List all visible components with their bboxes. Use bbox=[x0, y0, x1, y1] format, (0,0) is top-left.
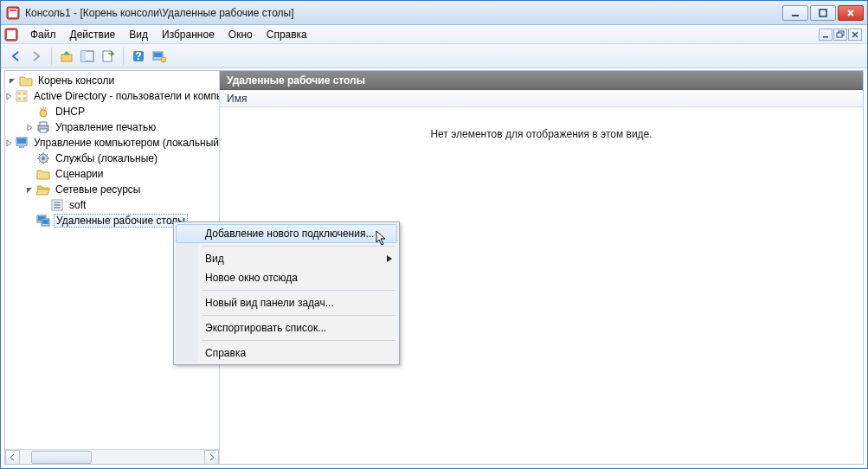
folder-icon bbox=[36, 167, 50, 181]
svg-rect-29 bbox=[17, 138, 26, 144]
context-item[interactable]: Справка bbox=[176, 344, 397, 363]
context-menu: Добавление нового подключения...ВидНовое… bbox=[173, 222, 400, 365]
svg-rect-3 bbox=[792, 15, 799, 16]
chevron-right-icon[interactable] bbox=[5, 138, 13, 148]
mmc-window: Консоль1 - [Корень консоли\Удаленные раб… bbox=[0, 0, 868, 469]
expander-none bbox=[24, 215, 35, 226]
menubar: Файл Действие Вид Избранное Окно Справка bbox=[1, 25, 867, 44]
tree-label: Удаленные рабочие столы bbox=[56, 215, 185, 227]
tree-label: Корень консоли bbox=[38, 74, 114, 87]
svg-rect-7 bbox=[823, 36, 828, 38]
context-item-label: Вид bbox=[205, 253, 224, 265]
scroll-right-button[interactable] bbox=[204, 450, 219, 465]
tree-item[interactable]: Сетевые ресурсы bbox=[5, 182, 219, 197]
menu-file[interactable]: Файл bbox=[23, 27, 63, 42]
titlebar: Консоль1 - [Корень консоли\Удаленные раб… bbox=[1, 1, 867, 25]
tree-item[interactable]: Сценарии bbox=[5, 166, 219, 182]
svg-rect-9 bbox=[837, 33, 842, 37]
context-item-label: Новое окно отсюда bbox=[205, 272, 298, 284]
menu-view[interactable]: Вид bbox=[122, 27, 155, 42]
tree-label: Active Directory - пользователи и компью… bbox=[34, 90, 219, 102]
svg-rect-22 bbox=[17, 97, 21, 100]
menu-help[interactable]: Справка bbox=[260, 27, 314, 42]
export-button[interactable] bbox=[99, 47, 118, 66]
toolbar-sep bbox=[51, 48, 52, 65]
help-button[interactable]: ? bbox=[129, 47, 148, 66]
back-button[interactable] bbox=[6, 47, 25, 66]
context-item-label: Экспортировать список... bbox=[205, 322, 326, 334]
svg-rect-26 bbox=[40, 122, 47, 125]
tree-label: soft bbox=[69, 199, 86, 211]
toolbar-sep bbox=[123, 48, 124, 65]
window-buttons bbox=[782, 5, 864, 21]
expander-none bbox=[24, 153, 35, 164]
svg-point-18 bbox=[161, 57, 166, 62]
context-separator bbox=[202, 246, 395, 247]
svg-point-32 bbox=[42, 157, 45, 160]
context-separator bbox=[202, 340, 395, 341]
mdi-minimize-button[interactable] bbox=[819, 29, 833, 41]
pane-header: Удаленные рабочие столы bbox=[220, 71, 863, 90]
svg-rect-23 bbox=[23, 97, 26, 100]
context-item[interactable]: Добавление нового подключения... bbox=[176, 224, 397, 243]
expander-none bbox=[38, 200, 48, 210]
tree-item[interactable]: Управление компьютером (локальный) bbox=[5, 135, 219, 151]
svg-rect-30 bbox=[19, 146, 24, 148]
mmc-doc-icon bbox=[4, 28, 18, 42]
context-item-label: Справка bbox=[205, 347, 246, 359]
expander-none bbox=[24, 169, 35, 179]
forward-button[interactable] bbox=[27, 47, 46, 66]
mdi-restore-button[interactable] bbox=[833, 29, 847, 41]
svg-point-24 bbox=[40, 110, 47, 117]
context-item[interactable]: Новое окно отсюда bbox=[176, 268, 397, 287]
tree-item[interactable]: Управление печатью bbox=[5, 119, 219, 135]
svg-rect-20 bbox=[17, 92, 21, 95]
context-separator bbox=[202, 315, 395, 316]
chevron-right-icon[interactable] bbox=[24, 122, 35, 132]
dhcp-icon bbox=[36, 105, 50, 119]
scroll-left-button[interactable] bbox=[5, 450, 20, 465]
tree-item[interactable]: DHCP bbox=[5, 104, 219, 119]
menu-window[interactable]: Окно bbox=[222, 27, 260, 42]
svg-rect-10 bbox=[61, 55, 72, 61]
column-header-name[interactable]: Имя bbox=[220, 90, 863, 107]
menu-action[interactable]: Действие bbox=[63, 27, 123, 42]
menu-favorites[interactable]: Избранное bbox=[155, 27, 222, 42]
context-item[interactable]: Экспортировать список... bbox=[176, 318, 397, 337]
svg-rect-34 bbox=[54, 202, 61, 203]
svg-rect-35 bbox=[54, 204, 61, 206]
context-item[interactable]: Новый вид панели задач... bbox=[176, 293, 397, 312]
minimize-button[interactable] bbox=[782, 5, 808, 21]
svg-rect-17 bbox=[154, 53, 162, 57]
tree-item[interactable]: Active Directory - пользователи и компью… bbox=[5, 88, 219, 104]
submenu-arrow-icon bbox=[387, 253, 392, 265]
tree-item[interactable]: Службы (локальные) bbox=[5, 151, 219, 166]
chevron-down-icon[interactable] bbox=[24, 184, 35, 195]
folder-open-icon bbox=[19, 74, 33, 87]
svg-rect-12 bbox=[81, 51, 86, 61]
svg-rect-27 bbox=[40, 129, 47, 132]
client-area: Корень консоли Active Directory - пользо… bbox=[4, 70, 864, 465]
tree-hscrollbar[interactable] bbox=[5, 449, 219, 464]
tree-root[interactable]: Корень консоли bbox=[5, 73, 219, 88]
svg-rect-2 bbox=[10, 10, 16, 11]
mdi-buttons bbox=[819, 29, 864, 41]
svg-rect-4 bbox=[820, 10, 826, 16]
context-item[interactable]: Вид bbox=[176, 249, 397, 268]
svg-rect-40 bbox=[42, 220, 48, 224]
chevron-down-icon[interactable] bbox=[7, 75, 17, 86]
new-connection-button[interactable] bbox=[150, 47, 169, 66]
mdi-close-button[interactable] bbox=[848, 29, 862, 41]
expander-none bbox=[24, 106, 35, 117]
maximize-button[interactable] bbox=[810, 5, 836, 21]
chevron-right-icon[interactable] bbox=[5, 91, 13, 101]
folder-open-icon bbox=[36, 183, 50, 196]
show-hide-tree-button[interactable] bbox=[78, 47, 97, 66]
tree-label: Сетевые ресурсы bbox=[55, 183, 141, 196]
close-button[interactable] bbox=[838, 5, 864, 21]
up-button[interactable] bbox=[57, 47, 76, 66]
tree-item[interactable]: soft bbox=[5, 197, 219, 213]
services-icon bbox=[36, 151, 50, 165]
scroll-thumb[interactable] bbox=[31, 451, 92, 464]
tree-label: Службы (локальные) bbox=[55, 152, 158, 164]
